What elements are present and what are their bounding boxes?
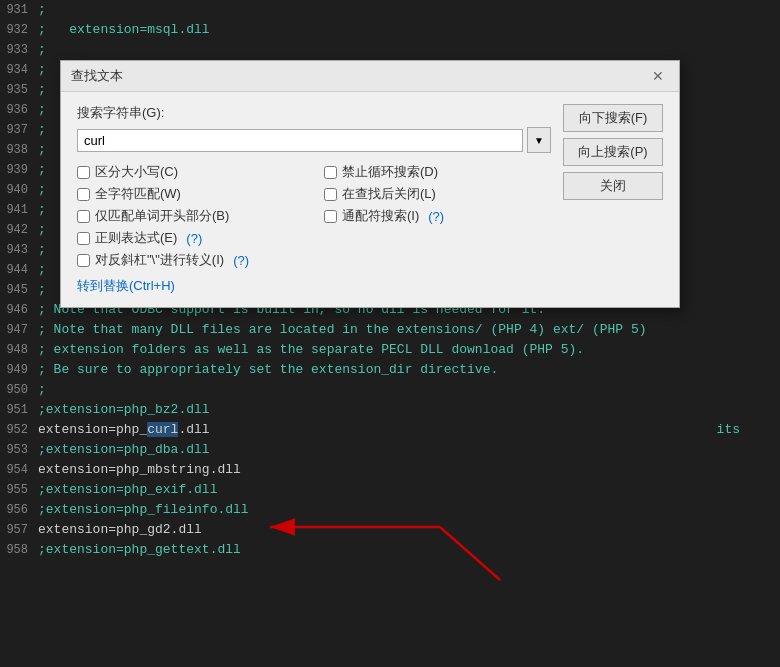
line-content: ; extension=msql.dll [38,20,210,40]
line-number: 936 [0,100,38,120]
line-number: 939 [0,160,38,180]
line-number: 951 [0,400,38,420]
wildcard-help-link[interactable]: (?) [428,209,444,224]
line-content: ; [38,140,46,160]
line-content: extension=php_gd2.dll [38,520,202,540]
line-number: 950 [0,380,38,400]
line-number: 934 [0,60,38,80]
option-prefix[interactable]: 仅匹配单词开头部分(B) [77,207,304,225]
code-line: 950; [0,380,780,400]
line-content: ; [38,200,46,220]
dialog-body: 搜索字符串(G): ▼ 区分大小写(C) 禁止循环搜索(D) [61,92,679,307]
dialog-titlebar: 查找文本 ✕ [61,61,679,92]
option-regex-row: 正则表达式(E) (?) [77,229,304,247]
search-label: 搜索字符串(G): [77,104,551,122]
line-number: 942 [0,220,38,240]
line-content: ; [38,40,46,60]
line-number: 933 [0,40,38,60]
its-label: its [717,420,740,440]
option-escape-label: 对反斜杠"\"进行转义(I) [95,251,224,269]
checkbox-whole[interactable] [77,188,90,201]
option-wildcard-row: 通配符搜索(I) (?) [324,207,551,225]
line-content: ; [38,180,46,200]
dialog-title: 查找文本 [71,67,123,85]
escape-help-link[interactable]: (?) [233,253,249,268]
checkbox-escape[interactable] [77,254,90,267]
option-close[interactable]: 在查找后关闭(L) [324,185,551,203]
checkbox-close[interactable] [324,188,337,201]
option-cycle[interactable]: 禁止循环搜索(D) [324,163,551,181]
option-wildcard[interactable]: 通配符搜索(I) [324,207,419,225]
line-number: 935 [0,80,38,100]
code-line: 948; extension folders as well as the se… [0,340,780,360]
line-content: ; [38,260,46,280]
line-content: extension=php_mbstring.dll [38,460,241,480]
line-content: ; [38,280,46,300]
curl-highlight: curl [147,422,178,437]
line-content: ;extension=php_fileinfo.dll [38,500,249,520]
line-number: 932 [0,20,38,40]
search-input-row: ▼ [77,127,551,153]
code-line: 954extension=php_mbstring.dll [0,460,780,480]
code-line: 952extension=php_curl.dllits [0,420,780,440]
code-line: 949; Be sure to appropriately set the ex… [0,360,780,380]
line-content: ;extension=php_bz2.dll [38,400,210,420]
checkbox-case[interactable] [77,166,90,179]
search-down-button[interactable]: 向下搜索(F) [563,104,663,132]
line-number: 937 [0,120,38,140]
search-dialog: 查找文本 ✕ 搜索字符串(G): ▼ 区分大小写(C) [60,60,680,308]
line-number: 947 [0,320,38,340]
line-number: 948 [0,340,38,360]
line-number: 946 [0,300,38,320]
line-content: ; [38,380,46,400]
option-close-label: 在查找后关闭(L) [342,185,436,203]
checkbox-prefix[interactable] [77,210,90,223]
line-number: 952 [0,420,38,440]
code-line: 933; [0,40,780,60]
option-whole[interactable]: 全字符匹配(W) [77,185,304,203]
line-number: 943 [0,240,38,260]
dialog-close-button[interactable]: ✕ [647,67,669,85]
checkbox-cycle[interactable] [324,166,337,179]
line-content: ; [38,240,46,260]
line-number: 940 [0,180,38,200]
code-line: 955;extension=php_exif.dll [0,480,780,500]
option-case[interactable]: 区分大小写(C) [77,163,304,181]
option-wildcard-label: 通配符搜索(I) [342,207,419,225]
option-regex-label: 正则表达式(E) [95,229,177,247]
line-number: 941 [0,200,38,220]
line-number: 949 [0,360,38,380]
code-line: 958;extension=php_gettext.dll [0,540,780,560]
line-number: 931 [0,0,38,20]
line-content: ; Be sure to appropriately set the exten… [38,360,498,380]
option-escape-row: 对反斜杠"\"进行转义(I) (?) [77,251,304,269]
option-escape[interactable]: 对反斜杠"\"进行转义(I) [77,251,224,269]
checkbox-wildcard[interactable] [324,210,337,223]
code-line: 953;extension=php_dba.dll [0,440,780,460]
search-dropdown-button[interactable]: ▼ [527,127,551,153]
option-prefix-label: 仅匹配单词开头部分(B) [95,207,229,225]
line-number: 938 [0,140,38,160]
line-number: 956 [0,500,38,520]
option-case-label: 区分大小写(C) [95,163,178,181]
dialog-left-panel: 搜索字符串(G): ▼ 区分大小写(C) 禁止循环搜索(D) [77,104,551,295]
search-input[interactable] [77,129,523,152]
line-content: ; [38,120,46,140]
regex-help-link[interactable]: (?) [186,231,202,246]
line-number: 958 [0,540,38,560]
code-line: 957extension=php_gd2.dll [0,520,780,540]
code-editor: 931;932; extension=msql.dll933;934;935;9… [0,0,780,667]
checkbox-regex[interactable] [77,232,90,245]
line-content: ;extension=php_exif.dll [38,480,217,500]
line-content: ; [38,60,46,80]
line-number: 955 [0,480,38,500]
goto-replace-link[interactable]: 转到替换(Ctrl+H) [77,278,175,293]
close-button[interactable]: 关闭 [563,172,663,200]
option-regex[interactable]: 正则表达式(E) [77,229,177,247]
line-number: 945 [0,280,38,300]
line-content: ; [38,0,46,20]
search-up-button[interactable]: 向上搜索(P) [563,138,663,166]
code-line: 951;extension=php_bz2.dll [0,400,780,420]
line-content: ; [38,100,46,120]
code-line: 947; Note that many DLL files are locate… [0,320,780,340]
